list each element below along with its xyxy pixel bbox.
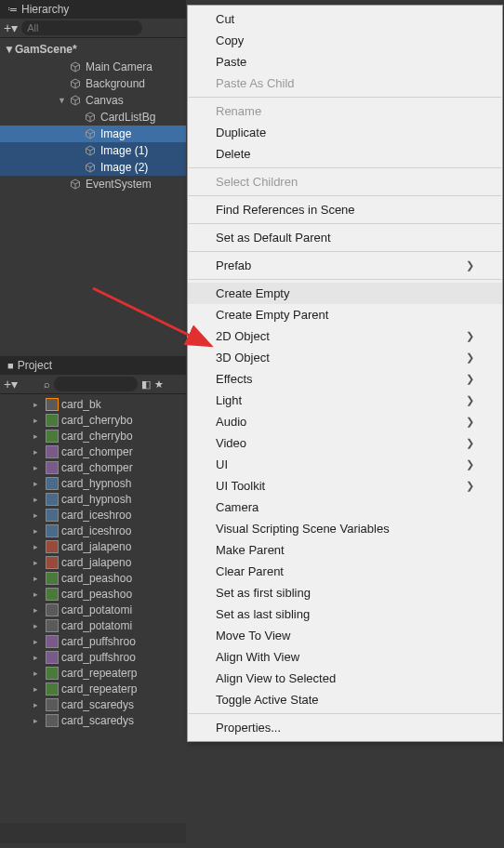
asset-row[interactable]: ▸card_peashoo — [0, 586, 186, 602]
asset-row[interactable]: ▸card_potatomi — [0, 602, 186, 617]
chevron-right-icon[interactable]: ▸ — [33, 684, 43, 694]
tree-row[interactable]: Main Camera — [0, 59, 186, 75]
asset-row[interactable]: ▸card_scaredys — [0, 696, 186, 712]
asset-row[interactable]: ▸card_iceshroo — [0, 523, 186, 538]
tree-row[interactable]: CardListBg — [0, 109, 186, 126]
menu-item[interactable]: Create Empty Parent — [188, 304, 502, 325]
tree-row[interactable]: ▼Canvas — [0, 92, 186, 109]
menu-item[interactable]: Light❯ — [188, 390, 502, 411]
asset-row[interactable]: ▸card_chomper — [0, 444, 186, 459]
menu-item[interactable]: Cut — [188, 8, 502, 30]
hierarchy-tab[interactable]: ≔ Hierarchy — [0, 0, 186, 19]
chevron-right-icon[interactable]: ▸ — [33, 463, 43, 472]
chevron-right-icon[interactable]: ▸ — [33, 447, 43, 457]
menu-item[interactable]: Duplicate — [188, 122, 502, 143]
chevron-right-icon[interactable]: ▸ — [33, 479, 43, 488]
tree-row[interactable]: Image (1) — [0, 142, 186, 159]
asset-row[interactable]: ▸card_cherrybo — [0, 412, 186, 428]
chevron-right-icon[interactable]: ▸ — [33, 495, 43, 504]
menu-item[interactable]: Visual Scripting Scene Variables — [188, 518, 502, 539]
favorite-icon[interactable]: ★ — [154, 378, 164, 391]
asset-row[interactable]: ▸card_chomper — [0, 459, 186, 475]
asset-row[interactable]: ▸card_jalapeno — [0, 554, 186, 570]
menu-item[interactable]: Align View to Selected — [188, 668, 502, 689]
asset-row[interactable]: ▸card_cherrybo — [0, 428, 186, 444]
chevron-right-icon[interactable]: ▸ — [33, 526, 43, 536]
menu-item[interactable]: Align With View — [188, 646, 502, 668]
menu-item[interactable]: UI Toolkit❯ — [188, 475, 502, 497]
chevron-right-icon[interactable]: ▸ — [33, 558, 43, 567]
add-button[interactable]: +▾ — [4, 20, 18, 35]
menu-item-label: Move To View — [216, 629, 290, 643]
asset-row[interactable]: ▸card_hypnosh — [0, 491, 186, 507]
asset-row[interactable]: ▸card_repeaterp — [0, 681, 186, 696]
menu-item-label: Light — [216, 393, 242, 407]
chevron-right-icon[interactable]: ▸ — [33, 637, 43, 646]
menu-item[interactable]: Find References in Scene — [188, 199, 502, 220]
menu-item[interactable]: Toggle Active State — [188, 689, 502, 710]
chevron-right-icon[interactable]: ▸ — [33, 416, 43, 425]
chevron-right-icon[interactable]: ▸ — [33, 669, 43, 678]
chevron-down-icon[interactable]: ▼ — [58, 96, 67, 105]
chevron-right-icon[interactable]: ▸ — [33, 700, 43, 709]
scene-row[interactable]: ▼ GamScene* — [0, 40, 186, 59]
chevron-right-icon[interactable]: ▸ — [33, 542, 43, 551]
menu-item[interactable]: Clear Parent — [188, 561, 502, 582]
chevron-right-icon[interactable]: ▸ — [33, 716, 43, 725]
menu-item[interactable]: Audio❯ — [188, 411, 502, 432]
project-search-input[interactable] — [54, 377, 138, 391]
menu-item[interactable]: Make Parent — [188, 539, 502, 561]
tree-row[interactable]: Image — [0, 126, 186, 142]
asset-row[interactable]: ▸card_iceshroo — [0, 507, 186, 523]
chevron-right-icon[interactable]: ▸ — [33, 431, 43, 441]
menu-item-label: UI Toolkit — [216, 479, 265, 493]
search-icon[interactable]: ⌕ — [44, 378, 50, 390]
menu-item-label: Make Parent — [216, 543, 285, 557]
menu-item[interactable]: Prefab❯ — [188, 255, 502, 276]
tree-row[interactable]: EventSystem — [0, 176, 186, 192]
asset-row[interactable]: ▸card_repeaterp — [0, 665, 186, 681]
menu-item[interactable]: Create Empty — [188, 283, 502, 304]
asset-row[interactable]: ▸card_potatomi — [0, 617, 186, 633]
menu-item[interactable]: Paste — [188, 51, 502, 73]
asset-row[interactable]: ▸card_puffshroo — [0, 649, 186, 665]
asset-row[interactable]: ▸card_scaredys — [0, 712, 186, 728]
chevron-right-icon[interactable]: ▸ — [33, 621, 43, 630]
project-tab[interactable]: ■ Project — [0, 356, 186, 375]
chevron-right-icon[interactable]: ▸ — [33, 653, 43, 662]
menu-item[interactable]: Delete — [188, 143, 502, 165]
chevron-right-icon[interactable]: ▸ — [33, 590, 43, 599]
asset-row[interactable]: ▸card_jalapeno — [0, 538, 186, 554]
menu-item[interactable]: UI❯ — [188, 454, 502, 475]
menu-item[interactable]: 2D Object❯ — [188, 325, 502, 347]
asset-row[interactable]: ▸card_puffshroo — [0, 633, 186, 649]
tree-row[interactable]: Background — [0, 75, 186, 92]
menu-item[interactable]: Effects❯ — [188, 368, 502, 390]
menu-item[interactable]: 3D Object❯ — [188, 347, 502, 368]
project-asset-list: ▸card_bk▸card_cherrybo▸card_cherrybo▸car… — [0, 394, 186, 730]
project-add-button[interactable]: +▾ — [4, 377, 18, 391]
project-panel: ■ Project +▾ ⌕ ◧ ★ ▸card_bk▸card_cherryb… — [0, 356, 186, 730]
chevron-down-icon[interactable]: ▼ — [4, 43, 15, 56]
chevron-right-icon: ❯ — [466, 458, 474, 470]
menu-item[interactable]: Set as first sibling — [188, 582, 502, 603]
menu-item[interactable]: Video❯ — [188, 432, 502, 454]
chevron-right-icon[interactable]: ▸ — [33, 510, 43, 520]
asset-row[interactable]: ▸card_bk — [0, 396, 186, 412]
chevron-right-icon[interactable]: ▸ — [33, 605, 43, 615]
hierarchy-search-input[interactable] — [21, 20, 142, 35]
menu-item[interactable]: Camera — [188, 497, 502, 518]
asset-thumb — [46, 445, 59, 458]
menu-item[interactable]: Properties... — [188, 717, 502, 738]
menu-item[interactable]: Copy — [188, 30, 502, 51]
asset-row[interactable]: ▸card_peashoo — [0, 570, 186, 586]
chevron-right-icon[interactable]: ▸ — [33, 574, 43, 583]
menu-item[interactable]: Move To View — [188, 625, 502, 646]
chevron-right-icon[interactable]: ▸ — [33, 400, 43, 409]
tree-row[interactable]: Image (2) — [0, 159, 186, 176]
filter-icon[interactable]: ◧ — [141, 378, 151, 391]
asset-row[interactable]: ▸card_hypnosh — [0, 475, 186, 491]
menu-item[interactable]: Set as Default Parent — [188, 227, 502, 248]
menu-item[interactable]: Set as last sibling — [188, 603, 502, 625]
hierarchy-icon: ≔ — [7, 4, 18, 16]
